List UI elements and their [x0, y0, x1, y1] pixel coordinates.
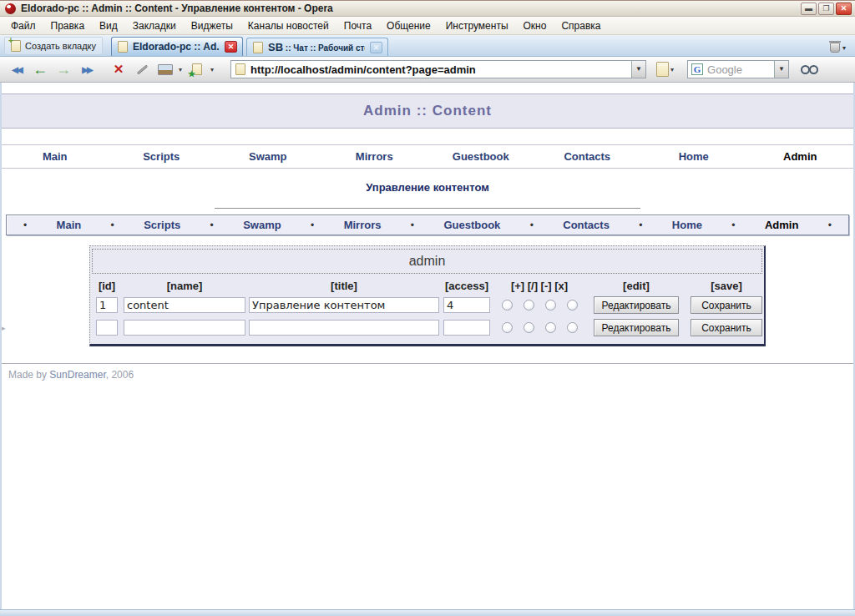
flag-x-radio[interactable] — [567, 322, 578, 333]
page-icon — [253, 42, 263, 53]
style-mode-button[interactable]: ★ — [187, 59, 207, 79]
nav-link-scripts[interactable]: Scripts — [144, 219, 180, 231]
tab-close-icon[interactable]: ✕ — [225, 41, 237, 53]
menu-tools[interactable]: Инструменты — [438, 18, 516, 33]
bullet-icon: • — [731, 220, 735, 231]
images-toggle-button[interactable] — [155, 59, 175, 79]
trash-icon — [830, 43, 840, 53]
search-engine-dropdown-button[interactable]: ▼ — [774, 61, 788, 78]
close-button[interactable]: ✕ — [836, 3, 852, 15]
nav-link-admin[interactable]: Admin — [765, 219, 798, 231]
id-input[interactable] — [96, 297, 118, 313]
menu-file[interactable]: Файл — [3, 18, 43, 33]
zoom-glasses-icon[interactable] — [801, 65, 818, 74]
col-header-access: [access] — [441, 280, 493, 292]
address-bar[interactable]: ▼ — [230, 60, 646, 78]
nav-link-contacts[interactable]: Contacts — [563, 219, 610, 231]
session-button[interactable]: ▾ — [656, 62, 675, 77]
nav-link-mirrors[interactable]: Mirrors — [321, 150, 428, 163]
nav-link-scripts[interactable]: Scripts — [109, 150, 215, 163]
flag-slash-radio[interactable] — [524, 322, 534, 333]
new-tab-button[interactable]: Создать вкладку — [4, 37, 103, 55]
nav-link-admin[interactable]: Admin — [747, 150, 854, 163]
bullet-icon: • — [639, 220, 642, 231]
title-input[interactable] — [249, 297, 439, 313]
nav-link-guestbook[interactable]: Guestbook — [428, 150, 534, 163]
panel-toggle-icon[interactable]: ▸ — [2, 318, 8, 338]
menu-feeds[interactable]: Каналы новостей — [240, 18, 336, 33]
tab-sb-chat[interactable]: SB :: Чат :: Рабочий стол ✕ — [246, 38, 388, 56]
rewind-button[interactable]: ◀◀ — [7, 59, 27, 79]
name-input[interactable] — [124, 320, 245, 336]
address-dropdown-button[interactable]: ▼ — [631, 61, 645, 78]
bullet-icon: • — [23, 220, 27, 231]
chevron-down-icon[interactable]: ▾ — [210, 66, 214, 73]
menu-edit[interactable]: Правка — [43, 18, 93, 33]
menu-help[interactable]: Справка — [554, 18, 608, 33]
nav-link-swamp[interactable]: Swamp — [215, 150, 321, 163]
nav-link-main[interactable]: Main — [57, 219, 82, 231]
opera-window: Eldorado-pc :: Admin :: Content - Управл… — [0, 0, 855, 616]
id-input[interactable] — [96, 320, 118, 336]
nav-link-home[interactable]: Home — [640, 150, 747, 163]
edit-button[interactable]: Редактировать — [594, 319, 679, 336]
author-link[interactable]: SunDreamer — [49, 369, 105, 381]
access-input[interactable] — [443, 320, 490, 336]
chevron-down-icon[interactable]: ▾ — [179, 66, 182, 73]
flag-minus-radio[interactable] — [545, 322, 556, 333]
menu-bookmarks[interactable]: Закладки — [125, 18, 184, 33]
search-bar[interactable]: G ▼ — [687, 60, 789, 78]
nav-link-home[interactable]: Home — [672, 219, 702, 231]
menu-widgets[interactable]: Виджеты — [184, 18, 240, 33]
flag-plus-radio[interactable] — [502, 322, 513, 333]
page-icon — [235, 63, 245, 75]
back-button[interactable]: ← — [30, 59, 50, 79]
minimize-button[interactable]: ▬ — [801, 3, 817, 15]
back-arrow-icon: ← — [33, 61, 48, 78]
tab-admin-content[interactable]: Eldorado-pc :: Ad..... ✕ — [111, 37, 243, 56]
bullet-nav: • Main • Scripts • Swamp • Mirrors • Gue… — [6, 215, 849, 235]
flag-slash-radio[interactable] — [524, 300, 534, 311]
menu-view[interactable]: Вид — [92, 18, 125, 33]
pencil-icon — [136, 64, 147, 74]
table-header-row: [id] [name] [title] [access] [+] [/] [-]… — [90, 277, 764, 294]
flag-plus-radio[interactable] — [502, 300, 513, 311]
stop-button[interactable]: ✕ — [109, 59, 129, 79]
fast-forward-button[interactable]: ▶▶ — [77, 59, 97, 79]
bullet-icon: • — [411, 220, 414, 231]
address-input[interactable] — [250, 63, 631, 76]
name-input[interactable] — [124, 297, 245, 313]
bullet-icon: • — [530, 220, 534, 231]
google-icon: G — [691, 63, 703, 75]
closed-tabs-trash-button[interactable]: ▾ — [830, 43, 846, 53]
menu-window[interactable]: Окно — [516, 18, 554, 33]
menu-chat[interactable]: Общение — [379, 18, 438, 33]
opera-icon — [5, 3, 16, 14]
flag-x-radio[interactable] — [567, 300, 578, 311]
nav-link-contacts[interactable]: Contacts — [534, 150, 641, 163]
page-title: Admin :: Content — [363, 103, 492, 119]
access-input[interactable] — [443, 297, 490, 313]
tab-close-icon[interactable]: ✕ — [370, 42, 382, 53]
search-input[interactable] — [707, 63, 774, 76]
col-header-edit: [edit] — [586, 280, 686, 292]
flag-minus-radio[interactable] — [545, 300, 556, 311]
forward-arrow-icon: → — [56, 61, 71, 78]
nav-link-swamp[interactable]: Swamp — [243, 219, 281, 231]
col-header-title: [title] — [247, 280, 441, 292]
stop-icon: ✕ — [114, 62, 124, 77]
window-bottom-border — [0, 609, 855, 616]
note-button[interactable] — [132, 59, 152, 79]
save-button[interactable]: Сохранить — [691, 319, 762, 336]
nav-link-guestbook[interactable]: Guestbook — [443, 219, 500, 231]
title-input[interactable] — [249, 320, 439, 336]
save-button[interactable]: Сохранить — [691, 296, 762, 314]
edit-button[interactable]: Редактировать — [594, 296, 679, 314]
content-table: admin [id] [name] [title] [access] [+] [… — [89, 245, 766, 346]
table-caption: admin — [92, 249, 762, 274]
forward-button[interactable]: → — [53, 59, 73, 79]
nav-link-mirrors[interactable]: Mirrors — [344, 219, 382, 231]
menu-mail[interactable]: Почта — [336, 18, 379, 33]
nav-link-main[interactable]: Main — [2, 150, 109, 163]
restore-button[interactable]: ❐ — [818, 3, 834, 15]
